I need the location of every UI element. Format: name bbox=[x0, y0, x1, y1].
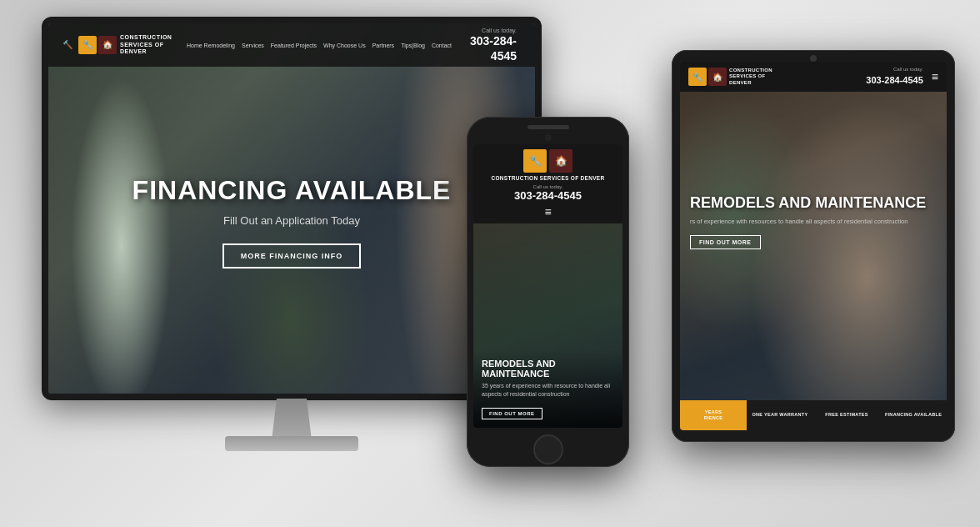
tablet-footer-warranty: ONE YEAR WARRANTY bbox=[747, 400, 813, 430]
phone-home-button[interactable] bbox=[533, 434, 563, 464]
phone-speaker bbox=[528, 125, 569, 129]
tablet-menu-icon[interactable]: ≡ bbox=[932, 70, 938, 83]
tablet-logo-text: CONSTRUCTION SERVICES OF DENVER bbox=[729, 68, 788, 86]
phone-hero-text: 35 years of experience with resource to … bbox=[482, 382, 614, 399]
tablet-hero-content: REMODELS AND MAINTENANCE rs of experienc… bbox=[680, 184, 947, 259]
hero-title: FINANCING AVAILABLE bbox=[132, 175, 452, 206]
more-financing-info-button[interactable]: MORE FINANCING INFO bbox=[222, 243, 362, 269]
phone-hero-content: REMODELS AND MAINTENANCE 35 years of exp… bbox=[473, 350, 622, 428]
tablet-phone-area: Call us today. 303-284-4545 bbox=[866, 67, 923, 87]
logo-icons-group: 🔨 🔧 🏠 bbox=[58, 36, 117, 54]
tablet-logo-area: 🔧 🏠 CONSTRUCTION SERVICES OF DENVER bbox=[688, 68, 788, 86]
desktop-phone-area: Call us today. 303-284-4545 bbox=[452, 28, 517, 63]
nav-link-services[interactable]: Services bbox=[242, 43, 264, 48]
phone-header: 🔧 🏠 CONSTRUCTION SERVICES OF DENVER Call… bbox=[473, 144, 622, 223]
tablet-footer-experience: YEARSRIENCE bbox=[680, 400, 747, 430]
tablet-device: 🔧 🏠 CONSTRUCTION SERVICES OF DENVER Call… bbox=[672, 50, 955, 459]
desktop-navbar: 🔨 🔧 🏠 CONSTRUCTION SERVICES OF DENVER Ho… bbox=[48, 23, 535, 67]
tablet-hero-title: REMODELS AND MAINTENANCE bbox=[690, 194, 937, 213]
desktop-logo-text: CONSTRUCTION SERVICES OF DENVER bbox=[120, 34, 187, 55]
tablet-footer-estimates: FREE ESTIMATES bbox=[813, 400, 880, 430]
tablet-header: 🔧 🏠 CONSTRUCTION SERVICES OF DENVER Call… bbox=[680, 62, 947, 92]
tablet-call-label: Call us today. bbox=[866, 67, 923, 72]
tablet-wrench-icon: 🔧 bbox=[688, 68, 707, 86]
phone-screen: 🔧 🏠 CONSTRUCTION SERVICES OF DENVER Call… bbox=[473, 144, 622, 428]
phone-number: 303-284-4545 bbox=[480, 189, 616, 202]
phone-wrench-icon: 🔧 bbox=[523, 149, 547, 173]
nav-link-tips-blog[interactable]: Tips|Blog bbox=[401, 43, 425, 48]
desktop-phone-number: 303-284-4545 bbox=[470, 34, 517, 63]
nav-link-home-remodeling[interactable]: Home Remodeling bbox=[187, 43, 235, 48]
monitor-stand-base bbox=[225, 436, 358, 451]
mobile-phone: 🔧 🏠 CONSTRUCTION SERVICES OF DENVER Call… bbox=[467, 117, 629, 492]
desktop-website: 🔨 🔧 🏠 CONSTRUCTION SERVICES OF DENVER Ho… bbox=[48, 23, 535, 394]
house-icon: 🏠 bbox=[98, 36, 117, 54]
monitor-stand-neck bbox=[267, 399, 317, 440]
phone-menu-icon[interactable]: ≡ bbox=[480, 205, 616, 218]
desktop-logo: 🔨 🔧 🏠 CONSTRUCTION SERVICES OF DENVER bbox=[58, 34, 187, 55]
nav-link-partners[interactable]: Partners bbox=[372, 43, 394, 48]
monitor-screen: 🔨 🔧 🏠 CONSTRUCTION SERVICES OF DENVER Ho… bbox=[48, 23, 535, 394]
tablet-logo-icons: 🔧 🏠 bbox=[688, 68, 727, 86]
wrench-icon: 🔧 bbox=[78, 36, 97, 54]
tablet-house-icon: 🏠 bbox=[708, 68, 727, 86]
phone-hero-title: REMODELS AND MAINTENANCE bbox=[482, 359, 614, 379]
tablet-frame: 🔧 🏠 CONSTRUCTION SERVICES OF DENVER Call… bbox=[672, 50, 955, 442]
phone-house-icon: 🏠 bbox=[549, 149, 572, 173]
desktop-nav-links: Home Remodeling Services Featured Projec… bbox=[187, 43, 452, 48]
hammer-icon: 🔨 bbox=[58, 36, 77, 54]
tablet-camera bbox=[810, 55, 817, 62]
tablet-find-out-more-button[interactable]: FIND OUT MORE bbox=[690, 235, 761, 249]
nav-link-featured-projects[interactable]: Featured Projects bbox=[271, 43, 317, 48]
phone-frame: 🔧 🏠 CONSTRUCTION SERVICES OF DENVER Call… bbox=[467, 117, 629, 467]
desktop-call-label: Call us today. bbox=[452, 28, 517, 33]
nav-link-contact[interactable]: Contact bbox=[432, 43, 452, 48]
phone-camera bbox=[545, 134, 552, 141]
tablet-hero-section: REMODELS AND MAINTENANCE rs of experienc… bbox=[680, 92, 947, 400]
phone-website: 🔧 🏠 CONSTRUCTION SERVICES OF DENVER Call… bbox=[473, 144, 622, 428]
tablet-screen: 🔧 🏠 CONSTRUCTION SERVICES OF DENVER Call… bbox=[680, 62, 947, 430]
phone-logo-text: CONSTRUCTION SERVICES OF DENVER bbox=[480, 175, 616, 181]
tablet-phone-number: 303-284-4545 bbox=[866, 75, 923, 85]
tablet-footer-bar: YEARSRIENCE ONE YEAR WARRANTY FREE ESTIM… bbox=[680, 400, 947, 430]
phone-find-out-more-button[interactable]: FIND OUT MORE bbox=[482, 408, 542, 419]
hero-subtitle: Fill Out an Application Today bbox=[223, 214, 360, 227]
tablet-website: 🔧 🏠 CONSTRUCTION SERVICES OF DENVER Call… bbox=[680, 62, 947, 430]
tablet-hero-text: rs of experience with resources to handl… bbox=[690, 218, 937, 227]
phone-hero-section: REMODELS AND MAINTENANCE 35 years of exp… bbox=[473, 223, 622, 428]
nav-link-why-choose-us[interactable]: Why Choose Us bbox=[323, 43, 366, 48]
phone-logo-area: 🔧 🏠 bbox=[480, 149, 616, 173]
tablet-footer-financing: FINANCING AVAILABLE bbox=[880, 400, 947, 430]
desktop-hero-section: 🔨 🔧 🏠 CONSTRUCTION SERVICES OF DENVER Ho… bbox=[48, 23, 535, 394]
desktop-hero-content: FINANCING AVAILABLE Fill Out an Applicat… bbox=[48, 67, 535, 394]
